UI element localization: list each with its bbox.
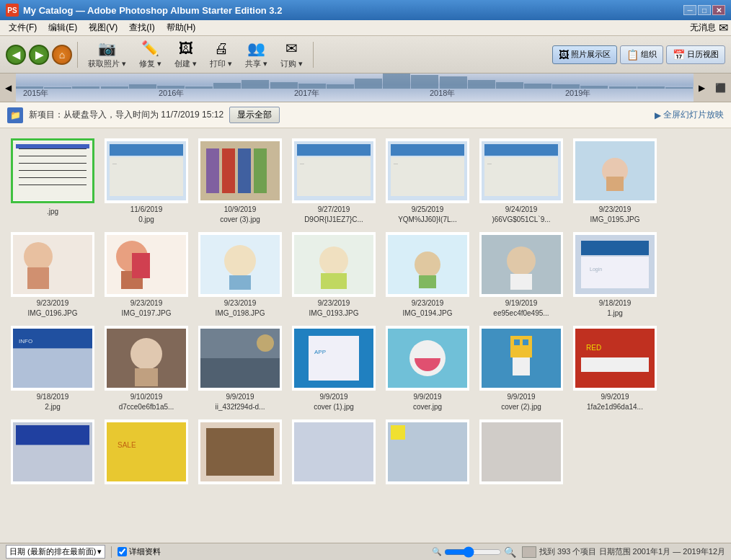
forward-button[interactable]: ▶ <box>29 45 49 65</box>
photo-canvas-5 <box>482 141 561 200</box>
share-button[interactable]: 👥 共享 ▾ <box>240 37 273 72</box>
photo-cell-3[interactable]: 9/27/2019D9OR{IJ1EZ7}C... <box>287 134 381 228</box>
photo-cell-1[interactable]: 11/6/20190.jpg <box>99 134 193 228</box>
photo-area[interactable]: .jpg11/6/20190.jpg10/9/2019cover (3).jpg… <box>0 128 731 543</box>
photo-cell-13[interactable]: 9/18/20191.jpg <box>568 228 662 321</box>
photo-date-12: 9/19/2019 <box>505 299 538 307</box>
fix-label: 修复 ▾ <box>139 58 161 69</box>
photo-thumb-wrap-24 <box>292 419 376 484</box>
photo-cell-19[interactable]: 9/9/2019cover (2).jpg <box>474 321 568 415</box>
photo-thumb-wrap-18 <box>386 326 469 391</box>
photo-display-button[interactable]: 🖼 照片展示区 <box>552 45 617 64</box>
photo-filename-13: 1.jpg <box>607 309 623 317</box>
zoom-out-icon[interactable]: 🔍 <box>432 547 442 556</box>
photo-cell-26[interactable] <box>474 415 568 489</box>
photo-cell-21[interactable] <box>6 415 99 489</box>
maximize-button[interactable]: □ <box>698 5 711 15</box>
timeline-track[interactable]: 2015年2016年2017年2018年2019年 <box>16 74 694 102</box>
zoom-slider[interactable] <box>444 546 502 558</box>
photo-cell-8[interactable]: 9/23/2019IMG_0197.JPG <box>99 228 193 321</box>
photo-canvas-9 <box>200 235 280 294</box>
sort-select[interactable]: 日期 (最新的排在最前面) ▾ <box>6 545 105 559</box>
show-all-button[interactable]: 显示全部 <box>229 107 280 123</box>
photo-date-14: 9/18/2019 <box>37 393 69 401</box>
timeline-bar-1 <box>44 87 71 89</box>
photo-cell-23[interactable] <box>193 415 287 489</box>
photo-cell-17[interactable]: 9/9/2019cover (1).jpg <box>287 321 381 415</box>
photo-filename-8: IMG_0197.JPG <box>122 309 172 317</box>
menu-file[interactable]: 文件(F) <box>3 20 43 35</box>
photo-cell-9[interactable]: 9/23/2019IMG_0198.JPG <box>193 228 287 321</box>
photo-thumb-wrap-8 <box>105 232 188 297</box>
fix-button[interactable]: ✏️ 修复 ▾ <box>134 37 167 72</box>
zoom-in-icon[interactable]: 🔍 <box>504 546 516 558</box>
photo-canvas-18 <box>388 329 467 388</box>
photo-cell-18[interactable]: 9/9/2019cover.jpg <box>381 321 474 415</box>
photo-filename-14: 2.jpg <box>45 403 61 411</box>
photo-cell-16[interactable]: 9/9/2019ii_432f294d-d... <box>193 321 287 415</box>
detail-checkbox[interactable] <box>118 547 127 556</box>
print-label: 打印 ▾ <box>210 58 232 69</box>
menu-help[interactable]: 帮助(H) <box>161 20 202 35</box>
acquire-label: 获取照片 ▾ <box>88 58 126 69</box>
detail-checkbox-area[interactable]: 详细资料 <box>118 546 161 557</box>
timeline-left-button[interactable]: ◀ <box>0 74 16 102</box>
photo-cell-0[interactable]: .jpg <box>6 134 99 228</box>
photo-cell-12[interactable]: 9/19/2019ee95ec4f0e495... <box>474 228 568 321</box>
photo-cell-4[interactable]: 9/25/2019YQM%JJ60}I(7L... <box>381 134 474 228</box>
close-button[interactable]: ✕ <box>712 5 725 15</box>
photo-canvas-19 <box>482 329 561 388</box>
share-label: 共享 ▾ <box>245 58 267 69</box>
timeline-bar-23 <box>665 87 693 89</box>
photo-canvas-2 <box>200 141 280 200</box>
photo-cell-10[interactable]: 9/23/2019IMG_0193.JPG <box>287 228 381 321</box>
photo-cell-5[interactable]: 9/24/2019)66VG$051CL`9... <box>474 134 568 228</box>
photo-thumb-16 <box>200 329 280 388</box>
photo-thumb-23 <box>200 422 280 481</box>
photo-cell-25[interactable] <box>381 415 474 489</box>
timeline-end-button[interactable]: ⬛ <box>709 74 731 102</box>
status-separator <box>111 546 112 558</box>
view-toggle-button[interactable] <box>522 546 536 558</box>
import-icon: 📁 <box>7 107 23 123</box>
timeline-bar-21 <box>609 86 637 89</box>
photo-grid: .jpg11/6/20190.jpg10/9/2019cover (3).jpg… <box>0 128 731 494</box>
photo-thumb-12 <box>482 235 561 294</box>
photo-thumb-wrap-13 <box>573 232 657 297</box>
slideshow-icon: ▶ <box>655 110 661 120</box>
photo-cell-24[interactable] <box>287 415 381 489</box>
order-button[interactable]: ✉ 订购 ▾ <box>275 37 308 72</box>
home-button[interactable]: ⌂ <box>52 45 72 65</box>
timeline-right-button[interactable]: ▶ <box>694 74 709 102</box>
timeline: ◀ 2015年2016年2017年2018年2019年 ▶ ⬛ <box>0 74 731 102</box>
menu-find[interactable]: 查找(I) <box>123 20 160 35</box>
organize-button[interactable]: 📋 组织 <box>620 45 663 64</box>
acquire-button[interactable]: 📷 获取照片 ▾ <box>83 37 131 72</box>
photo-thumb-wrap-4 <box>386 138 469 203</box>
photo-canvas-12 <box>482 235 561 294</box>
photo-cell-2[interactable]: 10/9/2019cover (3).jpg <box>193 134 287 228</box>
photo-thumb-11 <box>388 235 467 294</box>
calendar-button[interactable]: 📅 日历视图 <box>666 45 725 64</box>
window-title: My Catalog — Adobe Photoshop Album Start… <box>23 5 282 16</box>
photo-thumb-wrap-14 <box>11 326 94 391</box>
photo-thumb-17 <box>294 329 373 388</box>
slideshow-button[interactable]: ▶ 全屏幻灯片放映 <box>655 109 724 121</box>
photo-cell-22[interactable] <box>99 415 193 489</box>
photo-cell-14[interactable]: 9/18/20192.jpg <box>6 321 99 415</box>
print-button[interactable]: 🖨 打印 ▾ <box>205 37 237 72</box>
photo-cell-6[interactable]: 9/23/2019IMG_0195.JPG <box>568 134 662 228</box>
photo-cell-7[interactable]: 9/23/2019IMG_0196.JPG <box>6 228 99 321</box>
minimize-button[interactable]: ─ <box>683 5 696 15</box>
photo-cell-20[interactable]: 9/9/20191fa2e1d96da14... <box>568 321 662 415</box>
create-button[interactable]: 🖼 创建 ▾ <box>169 37 202 72</box>
photo-filename-10: IMG_0193.JPG <box>309 309 359 317</box>
menu-edit[interactable]: 编辑(E) <box>43 20 83 35</box>
timeline-bar-7 <box>213 83 241 89</box>
photo-filename-6: IMG_0195.JPG <box>590 215 640 223</box>
back-button[interactable]: ◀ <box>6 45 26 65</box>
photo-date-7: 9/23/2019 <box>37 299 69 307</box>
photo-cell-15[interactable]: 9/10/2019d7cce0e6fb1a5... <box>99 321 193 415</box>
photo-cell-11[interactable]: 9/23/2019IMG_0194.JPG <box>381 228 474 321</box>
menu-view[interactable]: 视图(V) <box>83 20 123 35</box>
